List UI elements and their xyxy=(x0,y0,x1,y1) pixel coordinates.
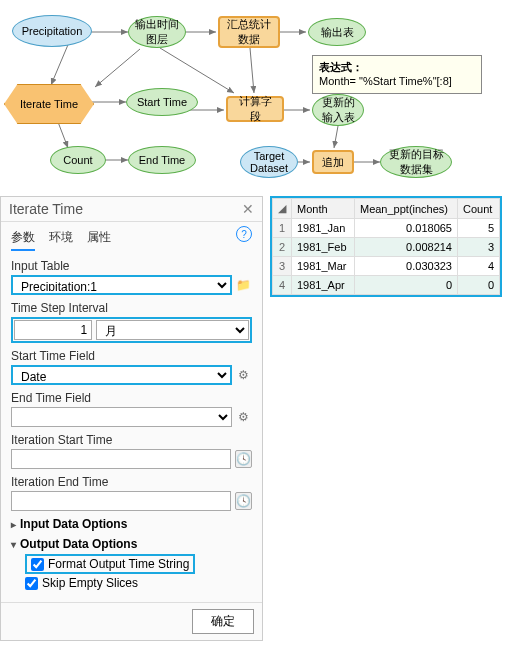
iter-end-input[interactable] xyxy=(11,491,231,511)
row-number: 3 xyxy=(273,257,292,276)
label-iter-end: Iteration End Time xyxy=(11,475,252,489)
node-end-time[interactable]: End Time xyxy=(128,146,196,174)
panel-title-text: Iterate Time xyxy=(9,201,83,217)
node-updated-input[interactable]: 更新的 输入表 xyxy=(312,94,364,126)
node-iterate-time[interactable]: Iterate Time xyxy=(4,84,94,124)
node-target-dataset[interactable]: Target Dataset xyxy=(240,146,298,178)
node-label: 输出表 xyxy=(321,25,354,40)
col-month[interactable]: Month xyxy=(292,199,355,219)
end-field-select[interactable] xyxy=(11,407,232,427)
svg-line-8 xyxy=(95,49,140,87)
node-precipitation[interactable]: Precipitation xyxy=(12,15,92,47)
section-label: Output Data Options xyxy=(20,537,137,551)
cell-count: 4 xyxy=(458,257,500,276)
node-label: 更新的目标 数据集 xyxy=(389,147,444,177)
iter-start-input[interactable] xyxy=(11,449,231,469)
gear-icon[interactable]: ⚙ xyxy=(236,408,252,426)
expression-tooltip: 表达式： Month= "%Start Time%"[:8] xyxy=(312,55,482,94)
node-output-time-layer[interactable]: 输出时间 图层 xyxy=(128,16,186,48)
label-start-field: Start Time Field xyxy=(11,349,252,363)
tooltip-title: 表达式： xyxy=(319,61,363,73)
tab-env[interactable]: 环境 xyxy=(49,226,73,251)
browse-icon[interactable]: 📁 xyxy=(236,276,252,294)
cell-count: 5 xyxy=(458,219,500,238)
tab-params[interactable]: 参数 xyxy=(11,226,35,251)
cell-month: 1981_Feb xyxy=(292,238,355,257)
node-count[interactable]: Count xyxy=(50,146,106,174)
node-label: End Time xyxy=(139,154,185,166)
node-label: 输出时间 图层 xyxy=(135,17,179,47)
tooltip-body: Month= "%Start Time%"[:8] xyxy=(319,75,452,87)
cell-mean: 0 xyxy=(354,276,457,295)
clock-icon[interactable]: 🕓 xyxy=(235,450,252,468)
svg-line-4 xyxy=(250,48,254,93)
cell-mean: 0.018065 xyxy=(354,219,457,238)
col-count[interactable]: Count xyxy=(458,199,500,219)
section-label: Input Data Options xyxy=(20,517,127,531)
checkbox-label: Skip Empty Slices xyxy=(42,576,138,590)
svg-line-12 xyxy=(334,126,338,148)
chevron-right-icon: ▸ xyxy=(11,519,16,530)
node-label: 追加 xyxy=(322,155,344,170)
cell-mean: 0.030323 xyxy=(354,257,457,276)
panel-tabs: 参数 环境 属性 ? xyxy=(1,222,262,251)
node-label: 汇总统计 数据 xyxy=(227,17,271,47)
node-label: 更新的 输入表 xyxy=(322,95,355,125)
ok-button[interactable]: 确定 xyxy=(192,609,254,634)
input-table-select[interactable]: Precipitation:1 xyxy=(11,275,232,295)
node-calc-field[interactable]: 计算字段 xyxy=(226,96,284,122)
label-iter-start: Iteration Start Time xyxy=(11,433,252,447)
col-mean[interactable]: Mean_ppt(inches) xyxy=(354,199,457,219)
result-table: ◢ Month Mean_ppt(inches) Count 11981_Jan… xyxy=(270,196,502,297)
panel-titlebar: Iterate Time ✕ xyxy=(1,197,262,222)
node-label: Iterate Time xyxy=(20,98,78,110)
cell-count: 0 xyxy=(458,276,500,295)
time-step-number[interactable] xyxy=(14,320,92,340)
svg-line-6 xyxy=(58,122,68,148)
time-step-unit[interactable]: 月 xyxy=(96,320,249,340)
node-label: 计算字段 xyxy=(234,94,276,124)
skip-empty-checkbox[interactable] xyxy=(25,577,38,590)
checkbox-label: Format Output Time String xyxy=(48,557,189,571)
node-updated-target[interactable]: 更新的目标 数据集 xyxy=(380,146,452,178)
tab-attrs[interactable]: 属性 xyxy=(87,226,111,251)
svg-line-9 xyxy=(160,48,234,93)
row-number: 4 xyxy=(273,276,292,295)
section-input-opts[interactable]: ▸ Input Data Options xyxy=(11,517,252,531)
node-label: Start Time xyxy=(137,96,187,108)
node-start-time[interactable]: Start Time xyxy=(126,88,198,116)
table-row[interactable]: 31981_Mar0.0303234 xyxy=(273,257,500,276)
label-input-table: Input Table xyxy=(11,259,252,273)
model-diagram: Precipitation Iterate Time 输出时间 图层 汇总统计 … xyxy=(0,0,507,195)
close-icon[interactable]: ✕ xyxy=(242,201,254,217)
corner-cell[interactable]: ◢ xyxy=(273,199,292,219)
cell-count: 3 xyxy=(458,238,500,257)
table-row[interactable]: 41981_Apr00 xyxy=(273,276,500,295)
iterate-time-panel: Iterate Time ✕ 参数 环境 属性 ? Input Table Pr… xyxy=(0,196,263,641)
row-number: 2 xyxy=(273,238,292,257)
cell-mean: 0.008214 xyxy=(354,238,457,257)
clock-icon[interactable]: 🕓 xyxy=(235,492,252,510)
node-label: Count xyxy=(63,154,92,166)
row-number: 1 xyxy=(273,219,292,238)
node-append[interactable]: 追加 xyxy=(312,150,354,174)
start-field-select[interactable]: Date xyxy=(11,365,232,385)
format-output-checkbox[interactable] xyxy=(31,558,44,571)
node-agg-stats[interactable]: 汇总统计 数据 xyxy=(218,16,280,48)
label-time-step: Time Step Interval xyxy=(11,301,252,315)
gear-icon[interactable]: ⚙ xyxy=(236,366,252,384)
table-row[interactable]: 11981_Jan0.0180655 xyxy=(273,219,500,238)
cell-month: 1981_Apr xyxy=(292,276,355,295)
help-icon[interactable]: ? xyxy=(236,226,252,242)
table-row[interactable]: 21981_Feb0.0082143 xyxy=(273,238,500,257)
node-label: Target Dataset xyxy=(250,150,288,174)
cell-month: 1981_Jan xyxy=(292,219,355,238)
cell-month: 1981_Mar xyxy=(292,257,355,276)
table-header-row: ◢ Month Mean_ppt(inches) Count xyxy=(273,199,500,219)
node-output-table[interactable]: 输出表 xyxy=(308,18,366,46)
node-label: Precipitation xyxy=(22,25,83,37)
panel-body: Input Table Precipitation:1 📁 Time Step … xyxy=(1,251,262,602)
label-end-field: End Time Field xyxy=(11,391,252,405)
section-output-opts[interactable]: ▾ Output Data Options xyxy=(11,537,252,551)
chevron-down-icon: ▾ xyxy=(11,539,16,550)
